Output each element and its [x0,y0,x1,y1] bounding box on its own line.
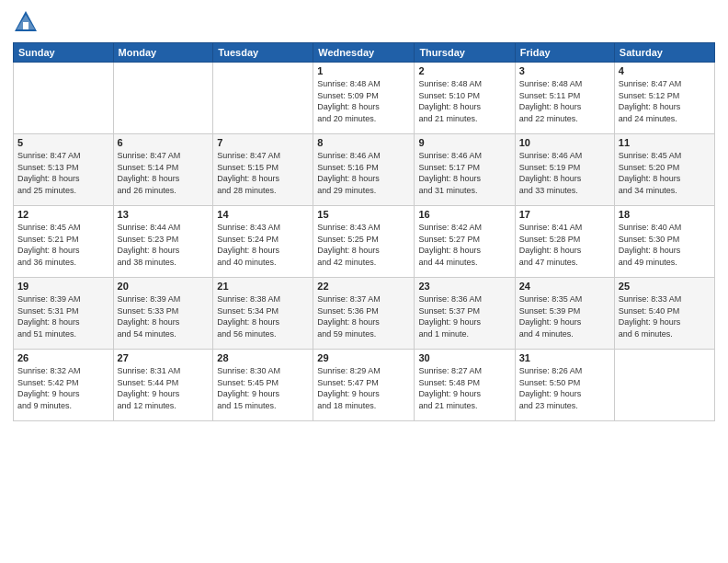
calendar-cell [113,63,213,134]
calendar-cell: 21Sunrise: 8:38 AM Sunset: 5:34 PM Dayli… [213,278,313,350]
weekday-header-sunday: Sunday [14,43,114,63]
day-info: Sunrise: 8:46 AM Sunset: 5:16 PM Dayligh… [317,150,410,196]
calendar-cell [14,63,114,134]
calendar-cell: 15Sunrise: 8:43 AM Sunset: 5:25 PM Dayli… [313,206,415,278]
day-info: Sunrise: 8:29 AM Sunset: 5:47 PM Dayligh… [317,365,410,411]
calendar-cell: 22Sunrise: 8:37 AM Sunset: 5:36 PM Dayli… [313,278,415,350]
day-number: 28 [217,352,309,363]
day-number: 8 [317,137,410,148]
calendar-cell: 31Sunrise: 8:26 AM Sunset: 5:50 PM Dayli… [515,350,614,421]
svg-rect-2 [23,22,28,29]
day-number: 9 [418,137,510,148]
day-info: Sunrise: 8:48 AM Sunset: 5:10 PM Dayligh… [418,78,510,124]
calendar-cell: 14Sunrise: 8:43 AM Sunset: 5:24 PM Dayli… [213,206,313,278]
calendar-cell: 28Sunrise: 8:30 AM Sunset: 5:45 PM Dayli… [213,350,313,421]
day-info: Sunrise: 8:47 AM Sunset: 5:13 PM Dayligh… [17,150,109,196]
day-number: 13 [118,209,210,220]
calendar-cell: 8Sunrise: 8:46 AM Sunset: 5:16 PM Daylig… [313,134,415,206]
weekday-header-friday: Friday [515,43,614,63]
calendar-cell: 24Sunrise: 8:35 AM Sunset: 5:39 PM Dayli… [515,278,614,350]
day-number: 27 [118,352,210,363]
calendar-cell: 26Sunrise: 8:32 AM Sunset: 5:42 PM Dayli… [14,350,114,421]
calendar-cell: 6Sunrise: 8:47 AM Sunset: 5:14 PM Daylig… [113,134,213,206]
day-info: Sunrise: 8:31 AM Sunset: 5:44 PM Dayligh… [118,365,210,411]
calendar-cell: 11Sunrise: 8:45 AM Sunset: 5:20 PM Dayli… [614,134,714,206]
calendar-cell: 29Sunrise: 8:29 AM Sunset: 5:47 PM Dayli… [313,350,415,421]
day-number: 18 [619,209,711,220]
day-info: Sunrise: 8:36 AM Sunset: 5:37 PM Dayligh… [418,293,510,339]
day-number: 20 [118,281,210,292]
day-info: Sunrise: 8:27 AM Sunset: 5:48 PM Dayligh… [418,365,510,411]
calendar-cell: 12Sunrise: 8:45 AM Sunset: 5:21 PM Dayli… [14,206,114,278]
day-number: 14 [217,209,309,220]
logo [13,9,41,35]
day-number: 16 [418,209,510,220]
day-number: 17 [519,209,610,220]
day-number: 10 [519,137,610,148]
calendar-cell [614,350,714,421]
weekday-header-saturday: Saturday [614,43,714,63]
day-info: Sunrise: 8:43 AM Sunset: 5:25 PM Dayligh… [317,222,410,268]
day-info: Sunrise: 8:43 AM Sunset: 5:24 PM Dayligh… [217,222,309,268]
day-info: Sunrise: 8:26 AM Sunset: 5:50 PM Dayligh… [519,365,610,411]
day-number: 3 [519,65,610,76]
calendar-cell: 4Sunrise: 8:47 AM Sunset: 5:12 PM Daylig… [614,63,714,134]
calendar-cell: 1Sunrise: 8:48 AM Sunset: 5:09 PM Daylig… [313,63,415,134]
calendar-cell: 25Sunrise: 8:33 AM Sunset: 5:40 PM Dayli… [614,278,714,350]
calendar-cell: 20Sunrise: 8:39 AM Sunset: 5:33 PM Dayli… [113,278,213,350]
day-number: 2 [418,65,510,76]
day-number: 7 [217,137,309,148]
weekday-header-tuesday: Tuesday [213,43,313,63]
calendar-cell: 23Sunrise: 8:36 AM Sunset: 5:37 PM Dayli… [415,278,515,350]
calendar-cell: 30Sunrise: 8:27 AM Sunset: 5:48 PM Dayli… [415,350,515,421]
day-number: 6 [118,137,210,148]
day-number: 25 [619,281,711,292]
day-info: Sunrise: 8:47 AM Sunset: 5:15 PM Dayligh… [217,150,309,196]
day-number: 21 [217,281,309,292]
day-info: Sunrise: 8:46 AM Sunset: 5:19 PM Dayligh… [519,150,610,196]
day-number: 11 [619,137,711,148]
day-info: Sunrise: 8:47 AM Sunset: 5:14 PM Dayligh… [118,150,210,196]
day-number: 15 [317,209,410,220]
day-info: Sunrise: 8:45 AM Sunset: 5:21 PM Dayligh… [17,222,109,268]
day-number: 23 [418,281,510,292]
day-info: Sunrise: 8:48 AM Sunset: 5:11 PM Dayligh… [519,78,610,124]
day-number: 12 [17,209,109,220]
calendar-cell: 7Sunrise: 8:47 AM Sunset: 5:15 PM Daylig… [213,134,313,206]
calendar-cell: 13Sunrise: 8:44 AM Sunset: 5:23 PM Dayli… [113,206,213,278]
calendar-cell: 27Sunrise: 8:31 AM Sunset: 5:44 PM Dayli… [113,350,213,421]
day-number: 24 [519,281,610,292]
day-number: 19 [17,281,109,292]
day-info: Sunrise: 8:32 AM Sunset: 5:42 PM Dayligh… [17,365,109,411]
day-info: Sunrise: 8:40 AM Sunset: 5:30 PM Dayligh… [619,222,711,268]
calendar: SundayMondayTuesdayWednesdayThursdayFrid… [13,42,715,421]
day-number: 30 [418,352,510,363]
calendar-cell: 3Sunrise: 8:48 AM Sunset: 5:11 PM Daylig… [515,63,614,134]
week-row-4: 26Sunrise: 8:32 AM Sunset: 5:42 PM Dayli… [14,350,715,421]
day-info: Sunrise: 8:33 AM Sunset: 5:40 PM Dayligh… [619,293,711,339]
day-info: Sunrise: 8:30 AM Sunset: 5:45 PM Dayligh… [217,365,309,411]
day-info: Sunrise: 8:42 AM Sunset: 5:27 PM Dayligh… [418,222,510,268]
calendar-cell: 16Sunrise: 8:42 AM Sunset: 5:27 PM Dayli… [415,206,515,278]
calendar-cell: 18Sunrise: 8:40 AM Sunset: 5:30 PM Dayli… [614,206,714,278]
day-info: Sunrise: 8:47 AM Sunset: 5:12 PM Dayligh… [619,78,711,124]
day-info: Sunrise: 8:35 AM Sunset: 5:39 PM Dayligh… [519,293,610,339]
day-info: Sunrise: 8:41 AM Sunset: 5:28 PM Dayligh… [519,222,610,268]
weekday-header-thursday: Thursday [415,43,515,63]
day-info: Sunrise: 8:39 AM Sunset: 5:31 PM Dayligh… [17,293,109,339]
day-info: Sunrise: 8:39 AM Sunset: 5:33 PM Dayligh… [118,293,210,339]
day-number: 5 [17,137,109,148]
calendar-cell: 17Sunrise: 8:41 AM Sunset: 5:28 PM Dayli… [515,206,614,278]
day-info: Sunrise: 8:48 AM Sunset: 5:09 PM Dayligh… [317,78,410,124]
day-info: Sunrise: 8:45 AM Sunset: 5:20 PM Dayligh… [619,150,711,196]
calendar-cell: 5Sunrise: 8:47 AM Sunset: 5:13 PM Daylig… [14,134,114,206]
week-row-1: 5Sunrise: 8:47 AM Sunset: 5:13 PM Daylig… [14,134,715,206]
page: SundayMondayTuesdayWednesdayThursdayFrid… [0,0,728,563]
day-number: 31 [519,352,610,363]
calendar-cell [213,63,313,134]
header [13,9,715,35]
day-info: Sunrise: 8:37 AM Sunset: 5:36 PM Dayligh… [317,293,410,339]
calendar-cell: 9Sunrise: 8:46 AM Sunset: 5:17 PM Daylig… [415,134,515,206]
day-number: 22 [317,281,410,292]
calendar-cell: 19Sunrise: 8:39 AM Sunset: 5:31 PM Dayli… [14,278,114,350]
